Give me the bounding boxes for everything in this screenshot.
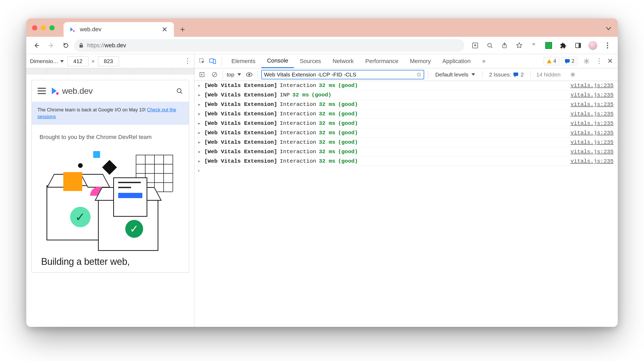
console-toolbar: top Default levels 2 Is	[194, 68, 618, 81]
expand-icon[interactable]: ▸	[197, 82, 202, 89]
device-width-input[interactable]	[67, 56, 89, 66]
hero-headline: Building a better web,	[32, 254, 189, 272]
console-row[interactable]: ▸[Web Vitals Extension] Interaction 32 m…	[194, 119, 618, 128]
share-button[interactable]	[498, 39, 511, 52]
log-rating: (good)	[338, 139, 358, 145]
log-source-link[interactable]: vitals.js:235	[570, 82, 614, 89]
expand-icon[interactable]: ▸	[197, 120, 202, 127]
log-source-link[interactable]: vitals.js:235	[570, 149, 614, 155]
devtools-tab-network[interactable]: Network	[327, 54, 360, 68]
expand-icon[interactable]: ▸	[197, 101, 202, 108]
content-split: Dimensio… × ⋮	[26, 54, 618, 327]
hamburger-icon[interactable]	[38, 88, 46, 94]
search-icon[interactable]	[176, 87, 183, 95]
tab-close-button[interactable]: ✕	[160, 25, 169, 34]
log-metric: Interaction	[280, 139, 316, 145]
devtools-tab-elements[interactable]: Elements	[226, 54, 261, 68]
install-app-button[interactable]	[469, 39, 482, 52]
log-source-link[interactable]: vitals.js:235	[570, 101, 614, 107]
device-toolbar-menu[interactable]: ⋮	[184, 57, 191, 65]
console-row[interactable]: ▸[Web Vitals Extension] Interaction 32 m…	[194, 128, 618, 138]
browser-tab[interactable]: web.dev ✕	[64, 22, 174, 37]
console-row[interactable]: ▸[Web Vitals Extension] Interaction 32 m…	[194, 138, 618, 147]
log-metric: Interaction	[280, 120, 316, 126]
console-prompt[interactable]: ›	[194, 166, 618, 175]
clear-filter-button[interactable]	[416, 72, 422, 77]
profile-avatar[interactable]	[586, 39, 599, 52]
devtools-tab-memory[interactable]: Memory	[404, 54, 437, 68]
expand-icon[interactable]: ▸	[197, 148, 202, 155]
devtools-close-button[interactable]: ✕	[605, 57, 615, 65]
expand-icon[interactable]: ▸	[197, 130, 202, 136]
console-row[interactable]: ▸[Web Vitals Extension] Interaction 32 m…	[194, 147, 618, 157]
window-minimize-button[interactable]	[41, 25, 46, 30]
inspect-element-button[interactable]	[197, 55, 207, 68]
issues-button[interactable]: 2 Issues: 2	[486, 70, 527, 79]
expand-icon[interactable]: ▸	[197, 139, 202, 146]
tabs-menu-button[interactable]	[603, 23, 615, 35]
lock-icon	[79, 43, 84, 48]
console-sidebar-toggle[interactable]	[198, 68, 206, 81]
log-source-tag: [Web Vitals Extension]	[204, 92, 277, 98]
log-rating: (good)	[338, 82, 358, 89]
log-rating: (good)	[338, 120, 358, 126]
zoom-button[interactable]	[483, 39, 496, 52]
address-bar[interactable]: https://web.dev	[74, 39, 464, 52]
devtools-menu-button[interactable]: ⋮	[593, 57, 605, 65]
hidden-messages-count[interactable]: 14 hidden	[534, 71, 563, 78]
console-row[interactable]: ▸[Web Vitals Extension] Interaction 32 m…	[194, 81, 618, 90]
side-panel-button[interactable]	[572, 39, 585, 52]
log-source-tag: [Web Vitals Extension]	[204, 120, 277, 126]
site-header: web.dev	[32, 80, 189, 102]
console-filter-input[interactable]	[261, 70, 424, 79]
device-toggle-button[interactable]	[207, 55, 218, 68]
devtools-tab-application[interactable]: Application	[437, 54, 476, 68]
flag-extension-icon[interactable]	[527, 39, 541, 52]
tab-title: web.dev	[80, 26, 157, 33]
devtools-tab-console[interactable]: Console	[261, 54, 294, 68]
forward-button[interactable]	[45, 39, 58, 52]
console-settings-button[interactable]	[566, 68, 579, 81]
devtools-settings-button[interactable]	[580, 55, 593, 68]
console-output[interactable]: ▸[Web Vitals Extension] Interaction 32 m…	[194, 81, 618, 327]
back-button[interactable]	[30, 39, 43, 52]
devtools-tab-performance[interactable]: Performance	[360, 54, 404, 68]
log-source-link[interactable]: vitals.js:235	[570, 139, 614, 145]
console-row[interactable]: ▸[Web Vitals Extension] Interaction 32 m…	[194, 100, 618, 109]
device-select[interactable]: Dimensio…	[29, 57, 64, 65]
context-select[interactable]: top	[227, 71, 241, 78]
log-source-link[interactable]: vitals.js:235	[570, 130, 614, 136]
devtools-tabs-overflow[interactable]: »	[476, 54, 491, 68]
site-logo[interactable]: web.dev	[51, 86, 93, 96]
log-source-link[interactable]: vitals.js:235	[570, 92, 614, 98]
reload-button[interactable]	[59, 39, 72, 52]
chrome-menu-button[interactable]	[601, 39, 614, 52]
bookmark-button[interactable]	[513, 39, 526, 52]
console-row[interactable]: ▸[Web Vitals Extension] INP 32 ms (good)…	[194, 90, 618, 100]
device-height-input[interactable]	[98, 56, 119, 66]
window-zoom-button[interactable]	[49, 25, 55, 30]
expand-icon[interactable]: ▸	[197, 92, 202, 98]
svg-point-10	[56, 92, 59, 95]
devtools-tabs: ElementsConsoleSourcesNetworkPerformance…	[194, 54, 618, 68]
log-source-link[interactable]: vitals.js:235	[570, 111, 614, 117]
live-expression-button[interactable]	[245, 68, 254, 81]
web-vitals-extension-icon[interactable]	[542, 39, 555, 52]
log-source-link[interactable]: vitals.js:235	[570, 120, 614, 126]
device-viewport[interactable]: web.dev The Chrome team is back at Googl…	[26, 75, 194, 327]
console-row[interactable]: ▸[Web Vitals Extension] Interaction 32 m…	[194, 157, 618, 166]
clear-console-button[interactable]	[210, 68, 219, 81]
expand-icon[interactable]: ▸	[197, 158, 202, 164]
expand-icon[interactable]: ▸	[197, 111, 202, 117]
console-row[interactable]: ▸[Web Vitals Extension] Interaction 32 m…	[194, 109, 618, 119]
window-close-button[interactable]	[32, 25, 37, 30]
new-tab-button[interactable]: ＋	[176, 23, 189, 35]
devtools-tab-sources[interactable]: Sources	[294, 54, 327, 68]
console-filter-field[interactable]	[264, 71, 416, 78]
log-rating: (good)	[338, 130, 358, 136]
log-level-select[interactable]: Default levels	[432, 70, 479, 79]
warnings-chip[interactable]: 4	[544, 57, 559, 65]
log-source-link[interactable]: vitals.js:235	[570, 158, 614, 164]
messages-chip[interactable]: 2	[562, 57, 577, 65]
extensions-button[interactable]	[557, 39, 570, 52]
